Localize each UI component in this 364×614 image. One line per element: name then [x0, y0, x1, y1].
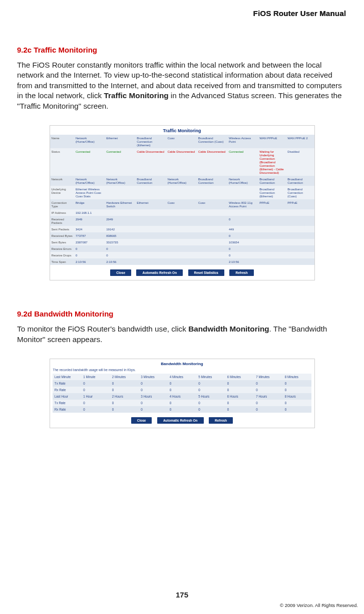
bandwidth-monitoring-figure: Bandwidth Monitoring The recorded bandwi… — [50, 359, 315, 428]
refresh-button[interactable]: Refresh — [209, 417, 233, 424]
table-row: Receive Errors 000 — [50, 245, 314, 252]
section-9-2d-body: To monitor the FiOS Router's bandwidth u… — [17, 324, 347, 345]
bm-title: Bandwidth Monitoring — [50, 359, 314, 367]
table-row: Rx Rate00000000 — [53, 387, 311, 393]
table-row: Received Packets 294929490 — [50, 216, 314, 226]
table-row: Received Bytes 7737878386650 — [50, 232, 314, 239]
auto-refresh-button[interactable]: Automatic Refresh On — [157, 417, 204, 424]
table-row: Time Span 2:10:562:10:562:10:56 — [50, 258, 314, 265]
refresh-button[interactable]: Refresh — [229, 269, 253, 276]
table-row: Last Minute1 Minute2 Minutes3 Minutes4 M… — [53, 374, 311, 380]
copyright: © 2009 Verizon. All Rights Reserved. — [280, 602, 358, 608]
table-row: Rx Rate00000000 — [53, 406, 311, 413]
bandwidth-table: Last Minute1 Minute2 Minutes3 Minutes4 M… — [53, 374, 311, 413]
table-row: Network Network (Home/Office)Network (Ho… — [50, 176, 314, 186]
table-row: IP Address 192.168.1.1 — [50, 209, 314, 216]
auto-refresh-button[interactable]: Automatic Refresh On — [136, 269, 183, 276]
table-row: Underlying Device Ethernet Wireless Acce… — [50, 186, 314, 199]
close-button[interactable]: Close — [110, 269, 131, 276]
table-row: Tx Rate00000000 — [53, 380, 311, 387]
bold-text: Traffic Monitoring — [104, 91, 168, 100]
table-row: Last Hour1 Hour2 Hours3 Hours4 Hours5 Ho… — [53, 393, 311, 400]
text: To monitor the FiOS Router's bandwidth u… — [17, 325, 188, 333]
manual-title: FiOS Router User Manual — [17, 9, 346, 18]
table-row: Sent Bytes 23870873315735103654 — [50, 239, 314, 245]
table-row: Name Network (Home/Office)EthernetBroadb… — [50, 135, 314, 148]
bm-note: The recorded bandwidth usage will be mea… — [50, 367, 314, 374]
table-row: Tx Rate00000000 — [53, 400, 311, 406]
section-9-2c-heading: 9.2c Traffic Monitoring — [17, 46, 347, 54]
section-9-2c-body: The FiOS Router constantly monitors traf… — [17, 60, 347, 111]
table-row: Status ConnectedConnectedCable Disconnec… — [50, 148, 314, 176]
table-row: Receive Drops 000 — [50, 252, 314, 258]
bm-button-row: Close Automatic Refresh On Refresh — [50, 415, 314, 424]
tm-button-row: Close Automatic Refresh On Reset Statist… — [50, 267, 314, 276]
close-button[interactable]: Close — [131, 417, 152, 424]
table-row: Sent Packets 342419142449 — [50, 226, 314, 232]
section-9-2d-heading: 9.2d Bandwidth Monitoring — [17, 310, 347, 318]
reset-stats-button[interactable]: Reset Statistics — [188, 269, 224, 276]
table-row: Connection Type BridgeHardware Ethernet … — [50, 199, 314, 209]
traffic-table: Name Network (Home/Office)EthernetBroadb… — [50, 135, 314, 265]
traffic-monitoring-figure: Traffic Monitoring Name Network (Home/Of… — [50, 125, 315, 280]
page-number: 175 — [0, 590, 364, 599]
tm-title: Traffic Monitoring — [50, 126, 314, 135]
bold-text: Bandwidth Monitoring — [188, 325, 269, 333]
